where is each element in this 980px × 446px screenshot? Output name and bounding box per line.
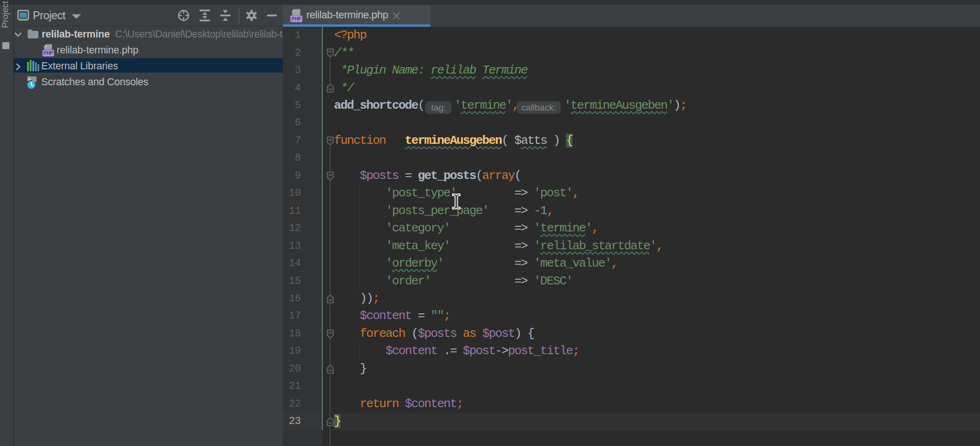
svg-text:PHP: PHP [291,16,301,22]
svg-text:PHP: PHP [44,51,53,56]
